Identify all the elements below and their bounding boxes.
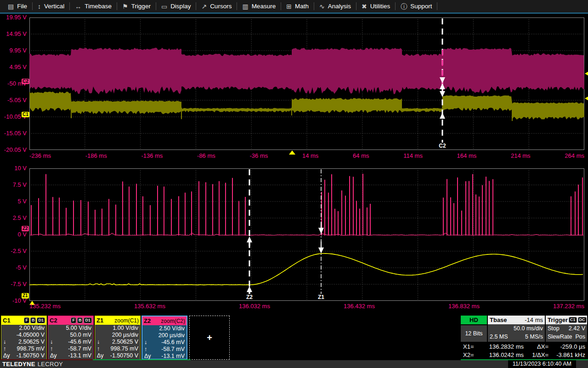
- y-tick-label: 7.5 V: [13, 181, 27, 189]
- menu-item-display[interactable]: ▭Display: [156, 0, 196, 12]
- descriptor-row: ↑998.75 mV: [95, 345, 140, 352]
- y-tick-label: -20.05 V: [4, 146, 27, 154]
- x-tick-label: 135.232 ms: [29, 303, 61, 310]
- trigger-type-row: SlewRatePos: [546, 333, 587, 341]
- descriptor-row: ↓2.50625 V: [1, 339, 46, 345]
- menu-item-label: Support: [410, 3, 432, 10]
- trace-name: Z2: [144, 317, 151, 324]
- add-trace-box[interactable]: +: [189, 316, 230, 360]
- menu-item-trigger[interactable]: ⚑Trigger: [117, 0, 156, 12]
- menu-item-label: Analysis: [328, 3, 351, 10]
- channel-name: C1: [3, 317, 11, 324]
- y-tick-label: -5.05 V: [7, 96, 27, 104]
- descriptor-c2[interactable]: C2 F B D1 5.00 V/div 50.0 mV ↓-45.6 mV ↑…: [48, 316, 94, 360]
- c2-axis-badge[interactable]: C2: [22, 79, 29, 84]
- fast-badge: F: [71, 317, 76, 323]
- menu-item-label: Measure: [252, 3, 276, 10]
- menu-item-cursors[interactable]: ↗Cursors: [196, 0, 237, 12]
- brand-teledyne: TELEDYNE: [2, 361, 35, 368]
- display-icon: ▭: [161, 3, 167, 10]
- zoom-source-label: zoom(C2): [161, 318, 185, 324]
- descriptor-row: ↓2.50625 V: [95, 339, 140, 345]
- cursor-readout-row2: X2=136.0242 ms 1/ΔX=-3.861 kHz: [463, 351, 585, 359]
- menu-item-measure[interactable]: ▥Measure: [237, 0, 281, 12]
- zoom-source-label: zoom(C1): [114, 317, 139, 324]
- timebase-offset: -14 ms: [525, 316, 543, 323]
- descriptor-z2-header: Z2 zoom(C2): [142, 316, 187, 325]
- menu-item-file[interactable]: ▤File: [3, 0, 32, 12]
- bandwidth-badge: B: [30, 317, 36, 323]
- menu-item-label: File: [17, 3, 27, 10]
- menu-item-label: Trigger: [131, 3, 151, 10]
- menu-item-support[interactable]: ⓘSupport: [396, 0, 437, 12]
- descriptor-row: Δy-13.1 mV: [142, 353, 187, 360]
- d1-badge: D1: [37, 317, 45, 323]
- x-tick-label: 114 ms: [403, 152, 423, 160]
- y-tick-label: -15.05 V: [4, 129, 27, 138]
- plus-icon: +: [207, 333, 212, 343]
- cursor-readout-row1: X1=136.2832 ms ΔX=-259.0 µs: [463, 343, 585, 351]
- descriptor-z2-selected[interactable]: Z2 zoom(C2) 2.50 V/div 200 µs/div ↓-45.6…: [141, 316, 187, 360]
- descriptor-z1[interactable]: Z1 zoom(C1) 1.00 V/div 200 µs/div ↓2.506…: [95, 316, 141, 360]
- trigger-box[interactable]: Trigger C1 DC Stop2.42 V SlewRatePos: [546, 316, 587, 342]
- descriptor-c1-header: C1 F B D1: [1, 316, 46, 325]
- c1-axis-badge[interactable]: C1: [22, 112, 29, 117]
- x-tick-label: -36 ms: [250, 152, 268, 160]
- timebase-header: Tbase -14 ms: [488, 316, 545, 324]
- vertical-icon: ↕: [38, 3, 41, 10]
- menu-item-math[interactable]: ⊞Math: [281, 0, 314, 12]
- descriptor-row: 50.0 mV: [48, 332, 93, 339]
- y-tick-label: -2.5 V: [11, 247, 27, 255]
- bottom-grid-x-axis: 135.232 ms 135.632 ms 136.032 ms 136.432…: [29, 303, 584, 310]
- cursor-label-z2[interactable]: Z2: [243, 294, 255, 300]
- descriptor-c1[interactable]: C1 F B D1 2.00 V/div -4.05000 V ↓2.50625…: [1, 316, 47, 360]
- y-tick-label: 10 V: [14, 164, 27, 172]
- trigger-mode-row: Stop2.42 V: [546, 324, 587, 333]
- timebase-box[interactable]: Tbase -14 ms 50.0 ms/div 2.5 MS5 MS/s: [488, 316, 545, 342]
- descriptor-row: 2.50 V/div: [142, 325, 187, 332]
- brand-logo: TELEDYNELECROY: [2, 361, 63, 368]
- y-tick-label: -5 V: [16, 264, 27, 272]
- descriptor-row: 1.00 V/div: [95, 325, 140, 332]
- trigger-coupling-badge: DC: [578, 317, 587, 323]
- x-tick-label: 164 ms: [457, 152, 477, 160]
- y-tick-label: 2.5 V: [13, 214, 27, 222]
- menu-item-label: Cursors: [210, 3, 232, 10]
- y-tick-label: 5 V: [17, 197, 27, 206]
- x-tick-label: 14 ms: [302, 152, 318, 160]
- x-tick-label: -86 ms: [197, 152, 215, 160]
- x-tick-label: 136.032 ms: [239, 303, 270, 310]
- descriptor-c2-header: C2 F B D1: [48, 316, 93, 325]
- hd-mode-badge[interactable]: HD: [461, 316, 487, 324]
- menu-item-label: Display: [170, 3, 191, 10]
- z1-axis-badge[interactable]: Z1: [22, 293, 29, 299]
- timebase-title: Tbase: [490, 316, 507, 323]
- descriptor-row: Δy-1.50750 V: [1, 352, 46, 359]
- descriptor-row: 2.00 V/div: [1, 325, 46, 332]
- menu-item-analysis[interactable]: ∿Analysis: [314, 0, 356, 12]
- y-tick-label: 14.95 V: [6, 30, 27, 38]
- descriptor-row: 200 µs/div: [142, 332, 187, 339]
- cursor-label-c2[interactable]: C2: [436, 143, 448, 149]
- cursor-label-z1[interactable]: Z1: [315, 294, 327, 300]
- y-tick-label: 19.95 V: [6, 13, 27, 22]
- x-tick-label: 136.832 ms: [448, 303, 480, 310]
- menu-item-timebase[interactable]: ↔Timebase: [70, 0, 117, 12]
- menu-item-vertical[interactable]: ↕Vertical: [33, 0, 69, 12]
- menu-item-utilities[interactable]: ✖Utilities: [356, 0, 395, 12]
- x-tick-label: 137.232 ms: [553, 303, 584, 310]
- x-tick-label: 136.432 ms: [344, 303, 375, 310]
- top-grid-x-axis: -236 ms -186 ms -136 ms -86 ms -36 ms 14…: [29, 152, 584, 160]
- descriptor-z1-header: Z1 zoom(C1): [95, 316, 140, 325]
- file-icon: ▤: [8, 3, 14, 10]
- d1-badge: D1: [84, 317, 92, 323]
- trigger-source-badge: C1: [569, 317, 577, 323]
- descriptor-row: ↑-58.7 mV: [142, 346, 187, 353]
- z2-axis-badge[interactable]: Z2: [22, 226, 29, 231]
- y-tick-label: 0 V: [17, 230, 27, 239]
- bit-depth-label: 12 Bits: [461, 325, 487, 342]
- bottom-plot-waveforms: [29, 168, 584, 301]
- bandwidth-badge: B: [77, 317, 83, 323]
- bottom-grid-y-axis: 10 V 7.5 V 5 V 2.5 V 0 V -2.5 V -5 V -7.…: [0, 164, 27, 305]
- trigger-icon: ⚑: [122, 3, 128, 10]
